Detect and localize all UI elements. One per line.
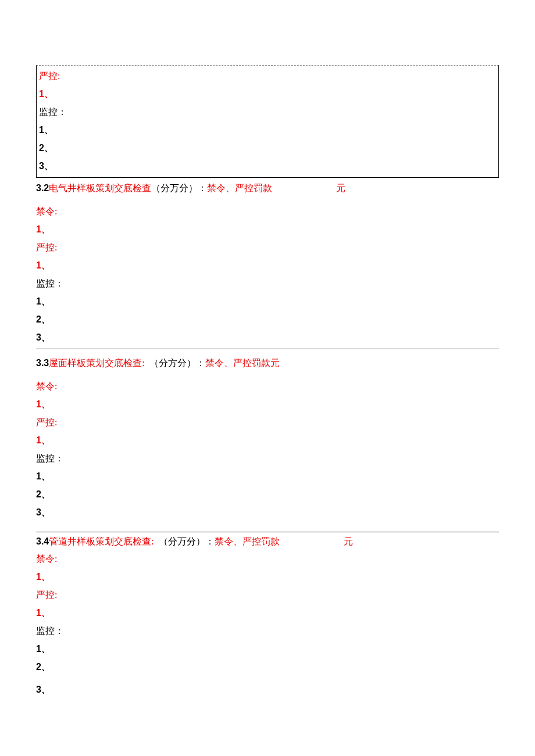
label-jiankong: 监控： (39, 103, 496, 121)
section-title-red-a: 屋面样板策划交底检查: (49, 355, 144, 371)
list-num-2: 2、 (36, 489, 51, 499)
list-num-2: 2、 (36, 662, 51, 672)
label-yankong: 严控: (36, 413, 499, 431)
section-title-red-b: 禁令、严控罚款 (207, 180, 272, 196)
list-num-3: 3、 (36, 507, 51, 517)
label-jinling: 禁令: (36, 202, 499, 220)
section-box-top: 严控: 1、 监控： 1、 2、 3、 (36, 65, 499, 178)
label-jiankong: 监控： (36, 449, 499, 467)
list-num-1: 1、 (36, 260, 51, 270)
section-number: 3.2 (36, 180, 49, 196)
section-heading-3-2: 3.2 电气井样板策划交底检查 （分万分）： 禁令、严控罚款 元 (36, 180, 499, 196)
label-yankong: 严控: (36, 586, 499, 604)
section-yuan: 元 (344, 533, 353, 550)
list-num-1: 1、 (36, 644, 51, 654)
list-num-2: 2、 (39, 143, 54, 153)
list-num-1: 1、 (36, 572, 51, 582)
label-yankong: 严控: (36, 238, 499, 256)
list-num-1: 1、 (39, 89, 54, 99)
section-yuan: 元 (336, 180, 345, 196)
section-title-black: （分方分）： (149, 355, 205, 371)
list-num-3: 3、 (39, 161, 54, 171)
section-number: 3.4 (36, 533, 49, 550)
section-title-black: （分万分）： (151, 180, 207, 196)
label-jiankong: 监控： (36, 274, 499, 292)
label-yankong: 严控: (39, 67, 496, 85)
section-title-red-b: 禁令、严控罚款元 (205, 355, 280, 371)
list-num-1: 1、 (36, 471, 51, 481)
section-title-red-a: 管道井样板策划交底检查: (49, 533, 154, 550)
section-number: 3.3 (36, 355, 49, 371)
divider (36, 349, 499, 349)
label-jinling: 禁令: (36, 550, 499, 568)
list-num-1: 1、 (36, 224, 51, 234)
label-jinling: 禁令: (36, 377, 499, 395)
section-body-3-4: 禁令: 1、 严控: 1、 监控： 1、 2、 3、 (36, 550, 499, 698)
section-heading-3-3: 3.3 屋面样板策划交底检查: （分方分）： 禁令、严控罚款元 (36, 355, 499, 371)
section-title-red-a: 电气井样板策划交底检查 (49, 180, 151, 196)
section-body-3-2: 禁令: 1、 严控: 1、 监控： 1、 2、 3、 (36, 202, 499, 346)
section-heading-3-4: 3.4 管道井样板策划交底检查: （分万分）： 禁令、严控罚款 元 (36, 533, 499, 550)
list-num-2: 2、 (36, 314, 51, 324)
list-num-1: 1、 (39, 125, 54, 135)
list-num-1: 1、 (36, 435, 51, 445)
label-jiankong: 监控： (36, 622, 499, 640)
list-num-1: 1、 (36, 296, 51, 306)
list-num-3: 3、 (36, 332, 51, 342)
section-title-red-b: 禁令、严控罚款 (215, 533, 280, 550)
section-title-black: （分万分）： (159, 533, 215, 550)
list-num-1: 1、 (36, 608, 51, 618)
document-page: 严控: 1、 监控： 1、 2、 3、 3.2 电气井样板策划交底检查 （分万分… (0, 0, 535, 733)
divider-solid (36, 532, 499, 532)
list-num-1: 1、 (36, 399, 51, 409)
list-num-3: 3、 (36, 685, 51, 694)
section-body-3-3: 禁令: 1、 严控: 1、 监控： 1、 2、 3、 (36, 377, 499, 521)
